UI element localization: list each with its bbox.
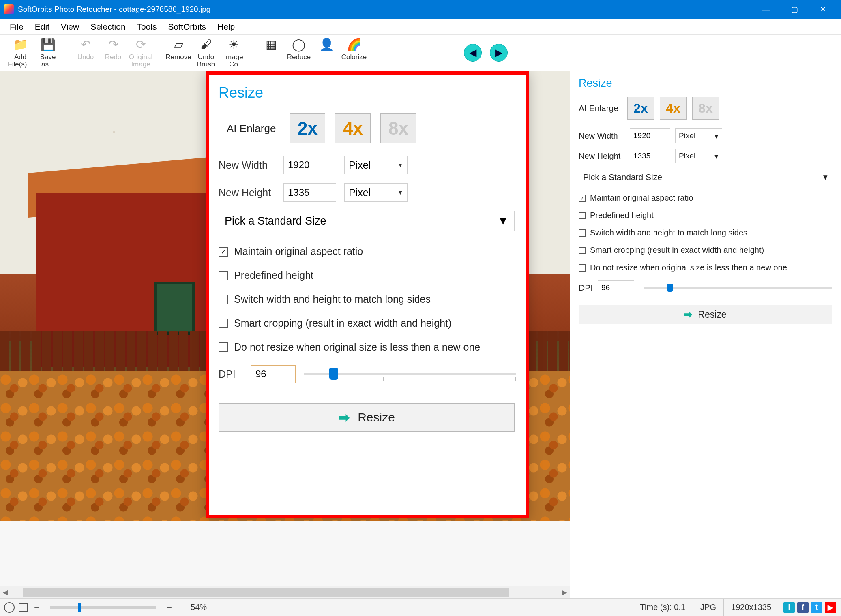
side-dpi-input[interactable] — [598, 280, 634, 295]
zoom-out-button[interactable]: − — [32, 602, 42, 613]
width-unit-select[interactable]: Pixel▼ — [344, 156, 408, 174]
zoom-in-button[interactable]: + — [164, 602, 174, 613]
remove-button[interactable]: ▱Remove — [165, 36, 191, 68]
side-width-input[interactable] — [630, 128, 670, 143]
statusbar: − + 54% Time (s): 0.1 JPG 1920x1335 i f … — [0, 598, 841, 616]
side-ai-8x-button[interactable]: 8x — [692, 97, 719, 120]
side-width-unit[interactable]: Pixel▾ — [675, 128, 722, 143]
checkbox-icon — [219, 319, 228, 328]
standard-size-select[interactable]: Pick a Standard Size▼ — [219, 211, 515, 231]
folder-icon: 📁 — [12, 36, 28, 53]
scroll-right-icon[interactable]: ▶ — [559, 588, 570, 596]
arrow-right-icon: ➡ — [338, 409, 350, 426]
height-unit-select[interactable]: Pixel▼ — [344, 183, 408, 202]
redo-button[interactable]: ↷Redo — [100, 36, 126, 68]
dpi-label: DPI — [219, 368, 243, 380]
new-width-label: New Width — [219, 159, 283, 171]
chevron-down-icon: ▼ — [498, 215, 508, 227]
maintain-aspect-checkbox[interactable]: Maintain original aspect ratio — [219, 246, 516, 257]
dpi-slider[interactable] — [304, 367, 516, 381]
checkbox-icon — [579, 247, 586, 254]
side-resize-button[interactable]: ➡Resize — [579, 305, 832, 324]
close-button[interactable]: ✕ — [809, 0, 837, 19]
side-ai-label: AI Enlarge — [579, 103, 618, 113]
dpi-input[interactable] — [251, 365, 296, 383]
image-canvas[interactable]: Resize AI Enlarge 2x 4x 8x New Width Pix… — [0, 71, 570, 521]
info-icon[interactable]: i — [783, 602, 795, 613]
reduce-button[interactable]: ◯Reduce — [286, 36, 312, 68]
scrollbar-thumb[interactable] — [23, 588, 509, 597]
side-no-upscale-checkbox[interactable]: Do not resize when original size is less… — [579, 263, 832, 272]
youtube-icon[interactable]: ▶ — [825, 602, 836, 613]
sun-icon: ☀ — [225, 36, 242, 53]
side-height-input[interactable] — [630, 149, 670, 163]
checkbox-icon — [219, 342, 228, 352]
checkbox-icon — [219, 271, 228, 280]
rainbow-icon: 🌈 — [346, 36, 362, 53]
refresh-icon: ⟳ — [133, 36, 149, 53]
menu-view[interactable]: View — [55, 19, 85, 34]
menu-help[interactable]: Help — [212, 19, 240, 34]
new-height-input[interactable] — [283, 183, 336, 202]
chevron-down-icon: ▾ — [823, 172, 828, 182]
ai-2x-button[interactable]: 2x — [290, 113, 325, 143]
prev-image-button[interactable]: ◀ — [464, 44, 482, 62]
slider-thumb[interactable] — [667, 284, 673, 292]
next-image-button[interactable]: ▶ — [490, 44, 508, 62]
ai-8x-button[interactable]: 8x — [380, 113, 416, 143]
slider-thumb[interactable] — [78, 603, 81, 612]
toolbar: 📁Add File(s)... 💾Save as... ↶Undo ↷Redo … — [0, 35, 841, 71]
zoom-icon[interactable] — [4, 602, 15, 613]
facebook-icon[interactable]: f — [797, 602, 809, 613]
side-standard-size-select[interactable]: Pick a Standard Size▾ — [579, 169, 832, 185]
save-as-button[interactable]: 💾Save as... — [35, 36, 61, 68]
scroll-left-icon[interactable]: ◀ — [0, 588, 11, 596]
resize-panel-overlay: Resize AI Enlarge 2x 4x 8x New Width Pix… — [206, 71, 529, 518]
side-ai-2x-button[interactable]: 2x — [627, 97, 654, 120]
fit-icon[interactable] — [19, 603, 28, 612]
side-resize-title: Resize — [579, 77, 832, 90]
new-width-input[interactable] — [283, 156, 336, 174]
side-smart-crop-checkbox[interactable]: Smart cropping (result in exact width an… — [579, 246, 832, 255]
side-ai-4x-button[interactable]: 4x — [660, 97, 687, 120]
resize-title: Resize — [219, 84, 516, 101]
horizontal-scrollbar[interactable]: ◀ ▶ — [0, 586, 570, 598]
zoom-slider[interactable] — [50, 606, 156, 609]
person-icon: 👤 — [318, 36, 335, 53]
status-time: Time (s): 0.1 — [633, 599, 693, 616]
person-button[interactable]: 👤 — [313, 36, 339, 68]
eraser-icon: ▱ — [170, 36, 187, 53]
titlebar: SoftOrbits Photo Retoucher - cottage-297… — [0, 0, 841, 19]
menu-edit[interactable]: Edit — [29, 19, 55, 34]
side-predefined-height-checkbox[interactable]: Predefined height — [579, 211, 832, 220]
twitter-icon[interactable]: t — [811, 602, 822, 613]
menu-selection[interactable]: Selection — [85, 19, 131, 34]
menu-file[interactable]: File — [4, 19, 29, 34]
brush-icon: 🖌 — [198, 36, 214, 53]
colorize-button[interactable]: 🌈Colorize — [341, 36, 367, 68]
ai-4x-button[interactable]: 4x — [335, 113, 371, 143]
add-files-button[interactable]: 📁Add File(s)... — [7, 36, 33, 68]
undo-button[interactable]: ↶Undo — [73, 36, 99, 68]
smart-crop-checkbox[interactable]: Smart cropping (result in exact width an… — [219, 317, 516, 329]
crop-icon: ▦ — [263, 36, 279, 53]
content-area: Resize AI Enlarge 2x 4x 8x New Width Pix… — [0, 71, 841, 598]
resize-button[interactable]: ➡Resize — [219, 403, 515, 432]
arrow-right-icon: ➡ — [684, 309, 692, 320]
switch-wh-checkbox[interactable]: Switch width and height to match long si… — [219, 293, 516, 305]
predefined-height-checkbox[interactable]: Predefined height — [219, 270, 516, 281]
undo-brush-button[interactable]: 🖌Undo Brush — [193, 36, 219, 68]
image-correction-button[interactable]: ☀Image Co — [221, 36, 247, 68]
side-switch-wh-checkbox[interactable]: Switch width and height to match long si… — [579, 228, 832, 237]
menu-softorbits[interactable]: SoftOrbits — [163, 19, 212, 34]
menu-tools[interactable]: Tools — [131, 19, 163, 34]
maximize-button[interactable]: ▢ — [780, 0, 809, 19]
crop-button[interactable]: ▦ — [258, 36, 284, 68]
no-upscale-checkbox[interactable]: Do not resize when original size is less… — [219, 341, 516, 353]
minimize-button[interactable]: — — [752, 0, 780, 19]
side-dpi-slider[interactable] — [644, 283, 832, 293]
original-image-button[interactable]: ⟳Original Image — [128, 36, 154, 68]
side-maintain-aspect-checkbox[interactable]: Maintain original aspect ratio — [579, 193, 832, 203]
side-height-unit[interactable]: Pixel▾ — [675, 149, 722, 163]
zoom-percent: 54% — [191, 603, 207, 612]
